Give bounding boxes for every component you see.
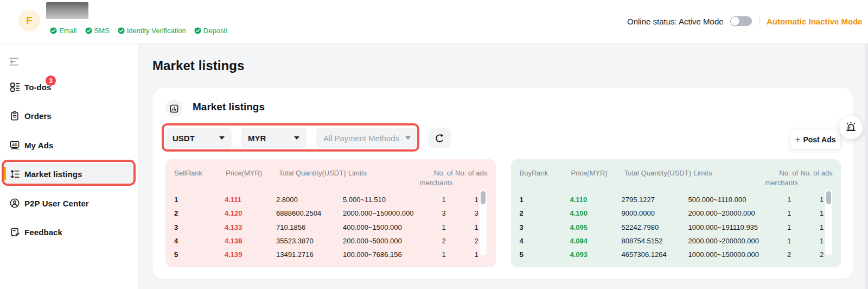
- table-cell: 2: [520, 209, 524, 218]
- sidebar: To-dos 3 Orders AD My Ads: [0, 43, 138, 289]
- online-status-label: Online status: Active Mode: [627, 17, 724, 26]
- sidebar-item-todos[interactable]: To-dos 3: [0, 76, 138, 98]
- table-cell: 2000.000~20000.000: [688, 209, 755, 218]
- table-cell: 1000.000~191110.935: [688, 223, 758, 232]
- collapse-sidebar-icon: [9, 58, 18, 66]
- bar-chart-icon: [170, 104, 178, 113]
- check-circle-icon: [50, 27, 57, 34]
- table-cell: 1: [442, 250, 445, 259]
- table-cell: 4.138: [225, 237, 242, 246]
- sell-scrollbar[interactable]: [480, 190, 487, 255]
- badge-deposit: Deposit: [194, 27, 227, 35]
- chevron-down-icon: [294, 136, 299, 140]
- sidebar-item-p2p-user-center[interactable]: P2P User Center: [0, 192, 138, 214]
- table-cell: 400.000~1500.000: [343, 223, 402, 232]
- sidebar-collapse-button[interactable]: [9, 58, 19, 67]
- column-header: Limits: [348, 168, 367, 178]
- todos-icon: [10, 82, 20, 92]
- table-cell: 1: [174, 196, 178, 204]
- column-header: BuyRank: [520, 168, 548, 178]
- column-header: Price(MYR): [571, 168, 608, 178]
- main-content: Market listings Market listings USDT MYR…: [138, 43, 868, 289]
- column-header: Price(MYR): [226, 168, 262, 178]
- buy-listings-panel: BuyRankPrice(MYR)Total Quantity(USDT)Lim…: [511, 159, 841, 267]
- sidebar-item-feedback[interactable]: Feedback: [0, 221, 138, 243]
- fiat-select[interactable]: MYR: [241, 128, 307, 148]
- sidebar-item-my-ads[interactable]: AD My Ads: [0, 134, 138, 156]
- payment-method-select[interactable]: All Payment Methods: [316, 128, 418, 148]
- avatar[interactable]: F: [18, 10, 40, 32]
- table-cell: 2795.1227: [622, 196, 655, 204]
- table-cell: 3: [174, 223, 178, 232]
- right-edge-shade: [865, 43, 868, 289]
- table-cell: 9000.0000: [622, 209, 655, 218]
- table-cell: 1000.000~150000.000: [688, 250, 760, 259]
- badge-sms: SMS: [85, 27, 110, 35]
- table-cell: 2: [442, 237, 445, 246]
- feedback-icon: [10, 227, 20, 237]
- sidebar-item-label: Orders: [24, 111, 52, 121]
- table-cell: 1: [820, 209, 824, 218]
- table-cell: 2000.000~200000.000: [688, 237, 760, 246]
- scrollbar-thumb[interactable]: [826, 191, 831, 204]
- table-cell: 500.000~1110.000: [688, 196, 746, 204]
- plus-icon: +: [795, 135, 800, 144]
- sidebar-item-label: Feedback: [24, 228, 62, 237]
- column-header: Total Quantity(USDT): [279, 168, 346, 178]
- todos-count-badge: 3: [46, 76, 56, 86]
- column-header: No. of merchants: [420, 168, 453, 188]
- table-cell: 1: [820, 196, 824, 204]
- column-header: No. of merchants: [765, 168, 798, 188]
- user-circle-icon: [10, 198, 20, 208]
- post-ads-button[interactable]: + Post Ads: [790, 129, 841, 150]
- table-cell: 1: [787, 223, 791, 232]
- chevron-down-icon: [405, 136, 411, 140]
- refresh-button[interactable]: [429, 128, 451, 148]
- badge-label: SMS: [94, 27, 110, 35]
- table-cell: 4: [174, 237, 178, 246]
- table-cell: 1: [442, 223, 445, 232]
- table-cell: 4.100: [570, 209, 588, 218]
- scrollbar-thumb[interactable]: [481, 191, 486, 204]
- table-cell: 5: [174, 250, 178, 259]
- table-cell: 5: [520, 250, 524, 259]
- payment-select-placeholder: All Payment Methods: [323, 134, 399, 143]
- table-cell: 4.094: [570, 237, 588, 246]
- table-cell: 2.8000: [276, 196, 298, 204]
- column-header: No. of ads: [455, 168, 487, 178]
- table-cell: 4: [520, 237, 524, 246]
- table-cell: 2: [787, 250, 791, 259]
- table-cell: 100.000~7686.156: [343, 250, 402, 259]
- sidebar-item-market-listings[interactable]: Market listings: [0, 163, 138, 185]
- buy-scrollbar[interactable]: [825, 190, 832, 255]
- table-cell: 4.139: [225, 250, 242, 259]
- automatic-inactive-mode-link[interactable]: Automatic Inactive Mode: [767, 17, 863, 26]
- table-cell: 3: [474, 209, 478, 218]
- table-cell: 4.093: [570, 250, 588, 259]
- my-ads-icon: AD: [10, 140, 20, 150]
- badge-label: Email: [59, 27, 77, 35]
- post-ads-label: Post Ads: [803, 135, 835, 144]
- table-cell: 4.111: [225, 196, 241, 204]
- alarm-bell-icon: [845, 121, 857, 134]
- coin-select[interactable]: USDT: [165, 128, 232, 148]
- table-cell: 5.000~11.510: [343, 196, 386, 204]
- announcement-bell-button[interactable]: [839, 116, 863, 139]
- table-cell: 710.1856: [276, 223, 305, 232]
- sidebar-item-label: P2P User Center: [24, 199, 89, 208]
- table-cell: 1: [787, 209, 791, 218]
- chevron-down-icon: [219, 136, 225, 140]
- table-cell: 2: [174, 209, 178, 218]
- sidebar-item-orders[interactable]: Orders: [0, 105, 138, 127]
- table-cell: 1: [474, 250, 478, 259]
- table-cell: 3: [520, 223, 524, 232]
- table-cell: 1: [820, 223, 824, 232]
- table-cell: 3: [442, 209, 445, 218]
- table-cell: 1: [442, 196, 445, 204]
- coin-select-value: USDT: [173, 134, 195, 143]
- column-header: SellRank: [174, 168, 202, 178]
- online-status-toggle[interactable]: [730, 16, 752, 26]
- table-cell: 2000.000~150000.000: [343, 209, 414, 218]
- sidebar-item-label: My Ads: [24, 141, 53, 150]
- table-cell: 1: [474, 223, 478, 232]
